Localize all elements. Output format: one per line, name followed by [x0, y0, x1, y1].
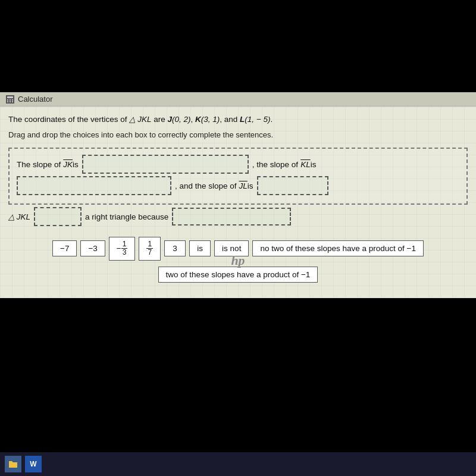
fill-box-jk[interactable] — [82, 155, 249, 174]
choice-is-label: is — [197, 244, 203, 253]
drag-instructions: Drag and drop the choices into each box … — [8, 130, 468, 139]
fill-box-because[interactable] — [172, 208, 291, 226]
fraction-one-seventh: 1 7 — [146, 240, 153, 256]
svg-rect-4 — [12, 99, 13, 101]
taskbar-word-label: W — [30, 460, 36, 468]
choice-no-two-slopes[interactable]: no two of these slopes have a product of… — [252, 240, 424, 256]
taskbar-word-icon[interactable]: W — [25, 456, 42, 472]
svg-rect-7 — [12, 101, 13, 102]
choice-neg-one-third-label: − — [117, 244, 121, 253]
choice-is-not-label: is not — [222, 244, 241, 253]
fraction-num-1: 1 — [146, 240, 153, 249]
taskbar-folder-icon[interactable] — [5, 456, 21, 472]
kl-label: KL — [300, 160, 311, 169]
choice-no-two-slopes-label: no two of these slopes have a product of… — [260, 244, 416, 253]
calculator-bar: Calculator — [0, 92, 476, 107]
top-black-area — [0, 0, 476, 92]
fraction-num: 1 — [121, 240, 128, 249]
problem-title: The coordinates of the vertices of △ JKL… — [8, 114, 468, 126]
choice-neg-one-third[interactable]: − 1 3 — [109, 237, 136, 260]
choices-row-2: two of these slopes have a product of −1 — [14, 267, 462, 283]
svg-rect-5 — [7, 101, 8, 102]
choice-neg3[interactable]: −3 — [80, 240, 105, 256]
hp-text: hp — [231, 253, 245, 268]
fill-box-is[interactable] — [34, 207, 82, 226]
choice-is[interactable]: is — [189, 240, 211, 256]
choice-3[interactable]: 3 — [164, 240, 186, 256]
calculator-icon — [6, 95, 14, 104]
fraction-den: 3 — [121, 249, 128, 256]
fill-box-kl[interactable] — [17, 176, 171, 195]
choice-neg7[interactable]: −7 — [52, 240, 77, 256]
slope-jl-prefix: , and the slope of JL is — [175, 181, 253, 190]
fraction-one-third: 1 3 — [121, 240, 128, 256]
choice-one-seventh[interactable]: 1 7 — [139, 237, 161, 260]
fraction-den-7: 7 — [146, 249, 153, 256]
jl-label: JL — [239, 181, 248, 190]
triangle-prefix: △ JKL — [8, 212, 30, 221]
problem-area: The coordinates of the vertices of △ JKL… — [0, 107, 476, 298]
triangle-jkl: △ JKL — [129, 115, 151, 124]
choice-two-slopes[interactable]: two of these slopes have a product of −1 — [158, 267, 318, 283]
line-row-1: The slope of JK is , the slope of KL is — [17, 155, 459, 174]
choice-3-label: 3 — [173, 244, 177, 253]
svg-rect-2 — [7, 99, 8, 101]
main-content: Calculator The coordinates of the vertic… — [0, 92, 476, 298]
fill-box-jl[interactable] — [257, 176, 328, 195]
choice-neg3-label: −3 — [88, 244, 97, 253]
svg-rect-6 — [10, 101, 11, 102]
slope-kl-prefix: , the slope of KL is — [252, 160, 317, 169]
svg-rect-1 — [7, 96, 13, 98]
right-triangle-label: a right triangle because — [85, 212, 168, 221]
slopes-container: The slope of JK is , the slope of KL is … — [8, 148, 468, 205]
hp-logo: hp — [231, 253, 245, 268]
svg-rect-3 — [10, 99, 11, 101]
choice-neg7-label: −7 — [60, 244, 69, 253]
line-row-2: , and the slope of JL is — [17, 176, 459, 195]
jk-label: JK — [63, 160, 73, 169]
line-row-3: △ JKL a right triangle because — [8, 207, 468, 226]
taskbar: W — [0, 452, 476, 476]
choice-two-slopes-label: two of these slopes have a product of −1 — [166, 270, 311, 279]
slope-jk-prefix: The slope of JK is — [17, 160, 79, 169]
calculator-label: Calculator — [18, 95, 53, 104]
